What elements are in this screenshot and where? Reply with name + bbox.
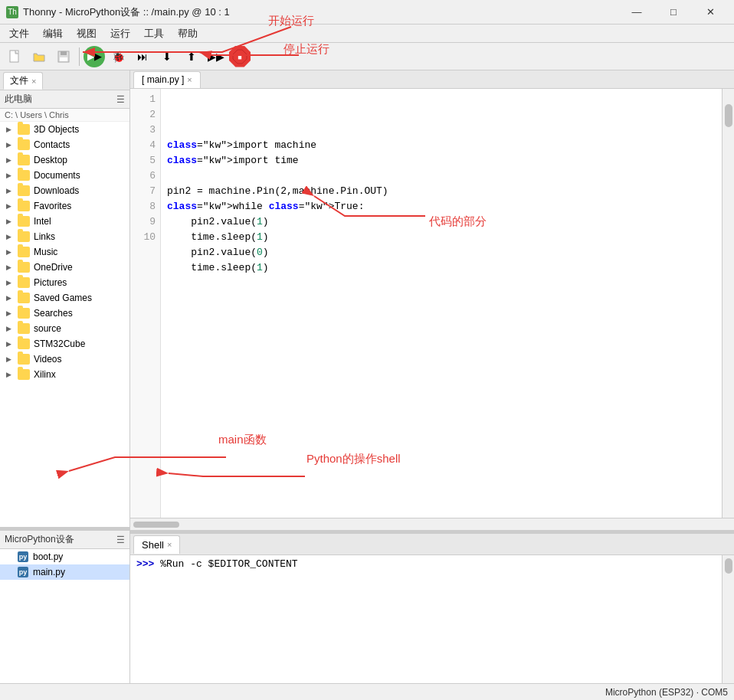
sidebar-item-3d-objects[interactable]: ▶ 3D Objects — [0, 122, 129, 137]
sidebar-item-onedrive[interactable]: ▶ OneDrive — [0, 260, 129, 275]
line-num-5: 5 — [130, 153, 160, 168]
local-file-tree: ▶ 3D Objects ▶ Contacts ▶ Desktop ▶ Docu… — [0, 122, 129, 527]
python-file-icon: py — [18, 567, 28, 577]
sidebar-item-intel[interactable]: ▶ Intel — [0, 214, 129, 229]
shell-prompt: >>> — [136, 558, 154, 570]
shell-tab-bar: Shell × — [130, 534, 734, 555]
expand-icon: ▶ — [6, 126, 15, 133]
item-label: 3D Objects — [34, 124, 79, 135]
code-line-3 — [167, 168, 716, 184]
code-inner: 12345678910 class="kw">import machinecla… — [130, 89, 734, 518]
item-label: Pictures — [34, 277, 67, 288]
save-file-button[interactable] — [52, 46, 75, 67]
save-file-icon — [57, 50, 70, 64]
editor-area: [ main.py ] × 12345678910 class="kw">imp… — [130, 70, 734, 683]
menu-tools[interactable]: 工具 — [138, 25, 170, 42]
expand-icon: ▶ — [6, 309, 15, 317]
sidebar-menu-icon[interactable]: ☰ — [116, 94, 125, 105]
item-label: Music — [34, 247, 57, 257]
open-file-button[interactable] — [28, 46, 51, 67]
step-into-button[interactable]: ⬇ — [156, 46, 179, 67]
minimize-button[interactable]: — — [619, 2, 654, 23]
hscroll-thumb[interactable] — [133, 522, 179, 528]
shell-content[interactable]: >>> %Run -c $EDITOR_CONTENT — [130, 555, 722, 683]
sidebar-item-documents[interactable]: ▶ Documents — [0, 168, 129, 183]
scroll-thumb[interactable] — [725, 104, 732, 127]
open-file-icon — [32, 50, 46, 64]
line-num-3: 3 — [130, 123, 160, 138]
device-item-main.py[interactable]: py main.py — [0, 564, 129, 580]
menu-edit[interactable]: 编辑 — [37, 25, 69, 42]
item-label: Favorites — [34, 201, 71, 211]
sidebar-item-xilinx[interactable]: ▶ Xilinx — [0, 367, 129, 382]
stop-icon: ■ — [232, 49, 247, 64]
run-button[interactable]: ▶ — [84, 46, 105, 67]
menu-view[interactable]: 视图 — [70, 25, 103, 42]
folder-icon — [18, 185, 30, 196]
line-num-10: 10 — [130, 230, 160, 245]
sidebar-item-searches[interactable]: ▶ Searches — [0, 306, 129, 321]
sidebar-item-contacts[interactable]: ▶ Contacts — [0, 137, 129, 152]
stop-button[interactable]: ■ — [229, 46, 251, 67]
new-file-button[interactable] — [3, 46, 26, 67]
folder-icon — [18, 139, 30, 150]
code-line-6: pin2.value(1) — [167, 214, 716, 230]
line-num-9: 9 — [130, 214, 160, 230]
step-over-button[interactable]: ⏭ — [131, 46, 154, 67]
editor-vscroll[interactable] — [722, 89, 734, 518]
main-py-tab[interactable]: [ main.py ] × — [133, 71, 201, 88]
code-line-7: time.sleep(1) — [167, 230, 716, 245]
expand-icon: ▶ — [6, 218, 15, 225]
folder-icon — [18, 339, 30, 349]
item-label: Saved Games — [34, 293, 92, 303]
folder-icon — [18, 354, 30, 365]
expand-icon: ▶ — [6, 187, 15, 195]
sidebar-item-links[interactable]: ▶ Links — [0, 229, 129, 244]
svg-text:■: ■ — [238, 54, 241, 61]
sidebar-item-source[interactable]: ▶ source — [0, 321, 129, 336]
expand-icon: ▶ — [6, 233, 15, 240]
sidebar-item-music[interactable]: ▶ Music — [0, 244, 129, 260]
sidebar-item-saved-games[interactable]: ▶ Saved Games — [0, 290, 129, 306]
sidebar-item-desktop[interactable]: ▶ Desktop — [0, 152, 129, 168]
folder-icon — [18, 277, 30, 288]
close-button[interactable]: ✕ — [693, 2, 728, 23]
resume-button[interactable]: ▶▶ — [205, 46, 228, 67]
expand-icon: ▶ — [6, 156, 15, 164]
sidebar-item-pictures[interactable]: ▶ Pictures — [0, 275, 129, 290]
code-line-5: class="kw">while class="kw">True: — [167, 199, 716, 214]
code-content[interactable]: class="kw">import machineclass="kw">impo… — [161, 89, 722, 518]
shell-tab-close[interactable]: × — [167, 540, 172, 549]
shell-tab[interactable]: Shell × — [133, 535, 180, 554]
device-sidebar-menu-icon[interactable]: ☰ — [116, 535, 125, 545]
expand-icon: ▶ — [6, 371, 15, 378]
debug-button[interactable]: 🐞 — [106, 46, 129, 67]
status-bar: MicroPython (ESP32) · COM5 — [0, 683, 734, 700]
new-file-icon — [8, 50, 21, 64]
shell-vscroll[interactable] — [722, 555, 734, 683]
python-file-icon: py — [18, 551, 28, 562]
sidebar-item-favorites[interactable]: ▶ Favorites — [0, 198, 129, 214]
sidebar-item-stm32cube[interactable]: ▶ STM32Cube — [0, 336, 129, 352]
expand-icon: ▶ — [6, 340, 15, 348]
svg-rect-2 — [61, 51, 67, 55]
menu-run[interactable]: 运行 — [104, 25, 136, 42]
maximize-button[interactable]: □ — [656, 2, 691, 23]
folder-icon — [18, 170, 30, 181]
menu-file[interactable]: 文件 — [3, 25, 35, 42]
sidebar-item-videos[interactable]: ▶ Videos — [0, 352, 129, 367]
step-out-button[interactable]: ⬆ — [180, 46, 203, 67]
editor-hscroll[interactable] — [130, 518, 734, 530]
file-panel-tab[interactable]: 文件 × — [3, 72, 43, 90]
file-tab-close[interactable]: × — [31, 77, 36, 86]
svg-rect-0 — [10, 51, 18, 62]
device-files-section: MicroPython设备 ☰ py boot.py py main.py — [0, 530, 129, 683]
editor-tab-close[interactable]: × — [187, 75, 192, 84]
menu-help[interactable]: 帮助 — [172, 25, 204, 42]
sidebar-item-downloads[interactable]: ▶ Downloads — [0, 183, 129, 198]
code-editor[interactable]: 12345678910 class="kw">import machinecla… — [130, 89, 734, 530]
device-item-boot.py[interactable]: py boot.py — [0, 549, 129, 564]
folder-icon — [18, 262, 30, 273]
shell-scroll-thumb[interactable] — [725, 558, 732, 574]
folder-icon — [18, 216, 30, 227]
